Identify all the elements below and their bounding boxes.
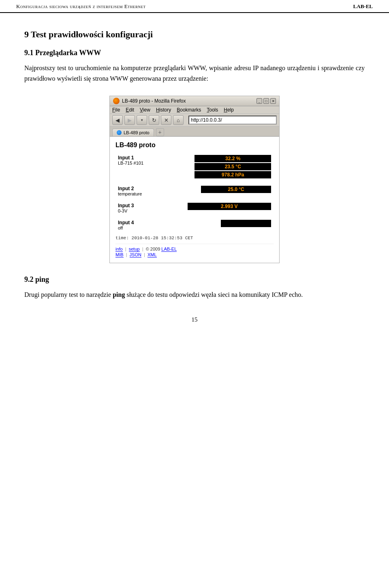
footer-sep2: | (142, 247, 143, 251)
subsection-9-1-heading: 9.1 Przeglądarka WWW (24, 49, 365, 57)
input2-value1: 25.0 °C (201, 186, 271, 193)
tab-label: LB-489 proto (124, 130, 150, 135)
firefox-icon (113, 98, 120, 104)
address-text: http://10.0.0.3/ (191, 117, 222, 123)
sensor-row-3: Input 3 0-3V 2.993 V (115, 202, 274, 215)
section-9-heading: 9 Test prawidłowości konfiguracji (24, 29, 365, 40)
footer-mib-link[interactable]: MIB (115, 252, 124, 258)
input3-value1: 2.993 V (188, 203, 271, 210)
back-button[interactable]: ◀ (112, 115, 123, 125)
subsection-9-1-body: Najprostszy test to uruchomienie na komp… (24, 63, 365, 84)
footer-json-link[interactable]: JSON (130, 252, 141, 258)
titlebar-controls: _ □ ✕ (256, 98, 276, 104)
sensor-row-4: Input 4 off (115, 219, 274, 232)
footer-info-link[interactable]: info (115, 247, 123, 252)
header-brand: LAB-EL (353, 3, 373, 10)
browser-screenshot: LB-489 proto - Mozilla Firefox _ □ ✕ Fil… (109, 96, 280, 263)
input3-label: Input 3 (118, 203, 183, 208)
menu-history[interactable]: History (156, 107, 171, 113)
browser-toolbar: ◀ ▶ ▾ ↻ ✕ ⌂ http://10.0.0.3/ (110, 114, 279, 127)
input4-sublabel: off (118, 225, 216, 230)
body-part1: Drugi popularny test to narzędzie (24, 291, 113, 298)
sensor-row-2: Input 2 temperature 25.0 °C (115, 185, 274, 197)
page-number: 15 (24, 316, 365, 323)
browser-title-text: LB-489 proto - Mozilla Firefox (122, 98, 186, 104)
input2-sublabel: temperature (118, 191, 196, 196)
input1-values: 32.2 % 23.5 °C 978.2 hPa (192, 154, 274, 180)
input4-empty (221, 220, 271, 227)
input3-values: 2.993 V (185, 202, 274, 215)
tab-lb489[interactable]: LB-489 proto (112, 129, 154, 136)
input2-values: 25.0 °C (199, 185, 274, 197)
new-tab-button[interactable]: + (156, 128, 164, 136)
input4-values (218, 219, 274, 232)
input1-value3: 978.2 hPa (194, 171, 271, 178)
page-header: Konfiguracja sieciowa urządzeń z interfe… (0, 0, 389, 13)
footer-line1: info | setup | © 2009 LAB-EL (115, 247, 274, 251)
footer-xml-link[interactable]: XML (147, 252, 157, 258)
input4-label: Input 4 (118, 220, 216, 225)
sensor-table-2: Input 2 temperature 25.0 °C (115, 185, 274, 197)
menu-view[interactable]: View (140, 107, 150, 113)
input1-label: Input 1 (118, 155, 190, 161)
close-button[interactable]: ✕ (270, 98, 276, 104)
menu-file[interactable]: File (112, 107, 120, 113)
subsection-9-2-body: Drugi popularny test to narzędzie ping s… (24, 290, 365, 300)
page-content: 9 Test prawidłowości konfiguracji 9.1 Pr… (0, 13, 389, 339)
website-inner: LB-489 proto Input 1 LB-715 #101 32.2 % … (110, 137, 279, 263)
address-bar[interactable]: http://10.0.0.3/ (188, 116, 277, 124)
body-bold: ping (113, 291, 125, 298)
menu-bookmarks[interactable]: Bookmarks (177, 107, 201, 113)
input3-sublabel: 0-3V (118, 208, 183, 213)
input2-label: Input 2 (118, 186, 196, 191)
titlebar-left: LB-489 proto - Mozilla Firefox (113, 98, 186, 104)
forward-button[interactable]: ▶ (124, 115, 135, 125)
section-9-2: 9.2 ping Drugi popularny test to narzędz… (24, 275, 365, 300)
browser-tabbar: LB-489 proto + (110, 127, 279, 137)
sensor-table-3: Input 3 0-3V 2.993 V (115, 202, 274, 215)
menu-tools[interactable]: Tools (207, 107, 218, 113)
footer-sep3: | (126, 252, 127, 257)
footer-label-link[interactable]: LAB-EL (161, 247, 177, 252)
body-part2: służące do testu odpowiedzi węzła sieci … (125, 291, 303, 298)
sensor-table-4: Input 4 off (115, 219, 274, 232)
input1-sublabel: LB-715 #101 (118, 161, 190, 165)
footer-sep1: | (125, 247, 126, 251)
browser-titlebar: LB-489 proto - Mozilla Firefox _ □ ✕ (110, 96, 279, 106)
input1-value2: 23.5 °C (194, 163, 271, 170)
header-title: Konfiguracja sieciowa urządzeń z interfe… (16, 3, 146, 10)
browser-content: LB-489 proto Input 1 LB-715 #101 32.2 % … (110, 137, 279, 263)
timestamp: time: 2010-01-28 15:32:53 CET (115, 236, 274, 240)
menu-help[interactable]: Help (224, 107, 234, 113)
subsection-9-2-heading: 9.2 ping (24, 275, 365, 284)
website-title: LB-489 proto (115, 142, 274, 149)
refresh-button[interactable]: ↻ (149, 115, 159, 125)
home-button[interactable]: ⌂ (173, 115, 184, 125)
footer-copyright: © 2009 (146, 247, 162, 251)
website-footer: info | setup | © 2009 LAB-EL MIB | JSON … (115, 244, 274, 257)
footer-line2: MIB | JSON | XML (115, 252, 274, 257)
footer-setup-link[interactable]: setup (129, 247, 140, 252)
dropdown-button[interactable]: ▾ (137, 115, 147, 125)
sensor-row-1: Input 1 LB-715 #101 32.2 % 23.5 °C 978.2… (115, 154, 274, 180)
stop-button[interactable]: ✕ (161, 115, 171, 125)
maximize-button[interactable]: □ (263, 98, 269, 104)
sensor-table-1: Input 1 LB-715 #101 32.2 % 23.5 °C 978.2… (115, 154, 274, 180)
menu-edit[interactable]: Edit (126, 107, 134, 113)
footer-sep4: | (144, 252, 145, 257)
tab-favicon (117, 130, 122, 135)
browser-menubar: File Edit View History Bookmarks Tools H… (110, 106, 279, 114)
minimize-button[interactable]: _ (256, 98, 262, 104)
input1-value1: 32.2 % (194, 155, 271, 162)
